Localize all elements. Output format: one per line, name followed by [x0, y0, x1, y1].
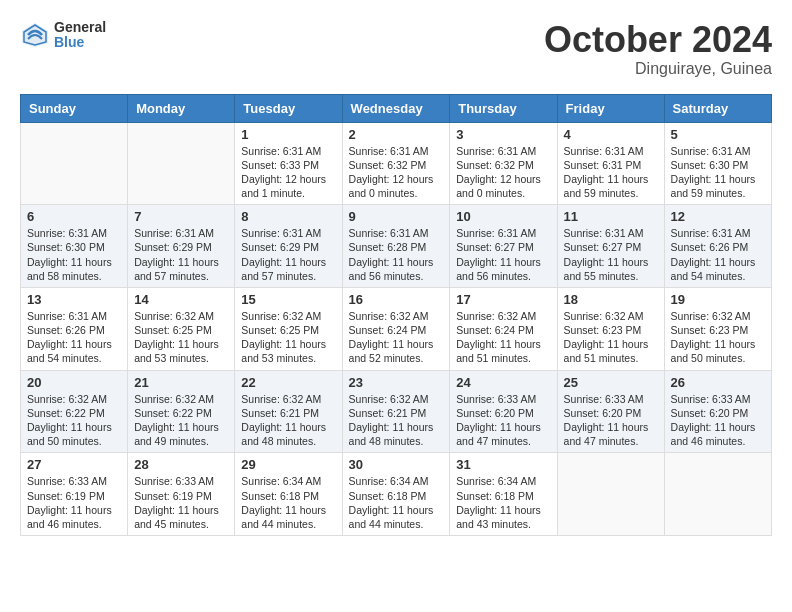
title-section: October 2024 Dinguiraye, Guinea	[544, 20, 772, 78]
day-number: 24	[456, 375, 550, 390]
cell-text: Sunrise: 6:32 AM Sunset: 6:21 PM Dayligh…	[241, 392, 335, 449]
cell-text: Sunrise: 6:31 AM Sunset: 6:32 PM Dayligh…	[456, 144, 550, 201]
day-number: 1	[241, 127, 335, 142]
calendar-cell: 12Sunrise: 6:31 AM Sunset: 6:26 PM Dayli…	[664, 205, 771, 288]
day-number: 4	[564, 127, 658, 142]
cell-text: Sunrise: 6:31 AM Sunset: 6:32 PM Dayligh…	[349, 144, 444, 201]
weekday-header: Monday	[128, 94, 235, 122]
day-number: 13	[27, 292, 121, 307]
day-number: 3	[456, 127, 550, 142]
calendar-table: SundayMondayTuesdayWednesdayThursdayFrid…	[20, 94, 772, 536]
logo: General Blue	[20, 20, 106, 51]
day-number: 18	[564, 292, 658, 307]
cell-text: Sunrise: 6:31 AM Sunset: 6:33 PM Dayligh…	[241, 144, 335, 201]
calendar-cell: 10Sunrise: 6:31 AM Sunset: 6:27 PM Dayli…	[450, 205, 557, 288]
day-number: 16	[349, 292, 444, 307]
calendar-week-row: 13Sunrise: 6:31 AM Sunset: 6:26 PM Dayli…	[21, 287, 772, 370]
calendar-week-row: 27Sunrise: 6:33 AM Sunset: 6:19 PM Dayli…	[21, 453, 772, 536]
cell-text: Sunrise: 6:31 AM Sunset: 6:29 PM Dayligh…	[134, 226, 228, 283]
cell-text: Sunrise: 6:34 AM Sunset: 6:18 PM Dayligh…	[241, 474, 335, 531]
calendar-cell: 27Sunrise: 6:33 AM Sunset: 6:19 PM Dayli…	[21, 453, 128, 536]
cell-text: Sunrise: 6:31 AM Sunset: 6:26 PM Dayligh…	[671, 226, 765, 283]
page-header: General Blue October 2024 Dinguiraye, Gu…	[20, 20, 772, 78]
calendar-cell: 17Sunrise: 6:32 AM Sunset: 6:24 PM Dayli…	[450, 287, 557, 370]
calendar-cell: 26Sunrise: 6:33 AM Sunset: 6:20 PM Dayli…	[664, 370, 771, 453]
calendar-cell: 25Sunrise: 6:33 AM Sunset: 6:20 PM Dayli…	[557, 370, 664, 453]
calendar-cell	[128, 122, 235, 205]
cell-text: Sunrise: 6:34 AM Sunset: 6:18 PM Dayligh…	[456, 474, 550, 531]
month-title: October 2024	[544, 20, 772, 60]
calendar-cell: 14Sunrise: 6:32 AM Sunset: 6:25 PM Dayli…	[128, 287, 235, 370]
cell-text: Sunrise: 6:31 AM Sunset: 6:30 PM Dayligh…	[27, 226, 121, 283]
weekday-header-row: SundayMondayTuesdayWednesdayThursdayFrid…	[21, 94, 772, 122]
calendar-cell: 13Sunrise: 6:31 AM Sunset: 6:26 PM Dayli…	[21, 287, 128, 370]
cell-text: Sunrise: 6:31 AM Sunset: 6:29 PM Dayligh…	[241, 226, 335, 283]
calendar-cell: 21Sunrise: 6:32 AM Sunset: 6:22 PM Dayli…	[128, 370, 235, 453]
calendar-week-row: 20Sunrise: 6:32 AM Sunset: 6:22 PM Dayli…	[21, 370, 772, 453]
cell-text: Sunrise: 6:32 AM Sunset: 6:22 PM Dayligh…	[27, 392, 121, 449]
calendar-cell: 16Sunrise: 6:32 AM Sunset: 6:24 PM Dayli…	[342, 287, 450, 370]
calendar-cell: 23Sunrise: 6:32 AM Sunset: 6:21 PM Dayli…	[342, 370, 450, 453]
calendar-cell: 29Sunrise: 6:34 AM Sunset: 6:18 PM Dayli…	[235, 453, 342, 536]
calendar-week-row: 1Sunrise: 6:31 AM Sunset: 6:33 PM Daylig…	[21, 122, 772, 205]
day-number: 8	[241, 209, 335, 224]
calendar-cell: 19Sunrise: 6:32 AM Sunset: 6:23 PM Dayli…	[664, 287, 771, 370]
day-number: 15	[241, 292, 335, 307]
cell-text: Sunrise: 6:33 AM Sunset: 6:20 PM Dayligh…	[671, 392, 765, 449]
day-number: 30	[349, 457, 444, 472]
day-number: 21	[134, 375, 228, 390]
weekday-header: Friday	[557, 94, 664, 122]
cell-text: Sunrise: 6:31 AM Sunset: 6:30 PM Dayligh…	[671, 144, 765, 201]
cell-text: Sunrise: 6:33 AM Sunset: 6:19 PM Dayligh…	[134, 474, 228, 531]
cell-text: Sunrise: 6:32 AM Sunset: 6:24 PM Dayligh…	[456, 309, 550, 366]
cell-text: Sunrise: 6:31 AM Sunset: 6:28 PM Dayligh…	[349, 226, 444, 283]
day-number: 10	[456, 209, 550, 224]
weekday-header: Sunday	[21, 94, 128, 122]
day-number: 6	[27, 209, 121, 224]
day-number: 20	[27, 375, 121, 390]
cell-text: Sunrise: 6:31 AM Sunset: 6:27 PM Dayligh…	[564, 226, 658, 283]
day-number: 22	[241, 375, 335, 390]
day-number: 11	[564, 209, 658, 224]
calendar-cell: 7Sunrise: 6:31 AM Sunset: 6:29 PM Daylig…	[128, 205, 235, 288]
cell-text: Sunrise: 6:32 AM Sunset: 6:24 PM Dayligh…	[349, 309, 444, 366]
day-number: 31	[456, 457, 550, 472]
logo-line1: General	[54, 20, 106, 35]
calendar-cell: 1Sunrise: 6:31 AM Sunset: 6:33 PM Daylig…	[235, 122, 342, 205]
calendar-cell: 28Sunrise: 6:33 AM Sunset: 6:19 PM Dayli…	[128, 453, 235, 536]
location: Dinguiraye, Guinea	[544, 60, 772, 78]
day-number: 27	[27, 457, 121, 472]
day-number: 14	[134, 292, 228, 307]
cell-text: Sunrise: 6:31 AM Sunset: 6:31 PM Dayligh…	[564, 144, 658, 201]
calendar-cell: 11Sunrise: 6:31 AM Sunset: 6:27 PM Dayli…	[557, 205, 664, 288]
day-number: 12	[671, 209, 765, 224]
cell-text: Sunrise: 6:33 AM Sunset: 6:19 PM Dayligh…	[27, 474, 121, 531]
cell-text: Sunrise: 6:31 AM Sunset: 6:27 PM Dayligh…	[456, 226, 550, 283]
weekday-header: Saturday	[664, 94, 771, 122]
cell-text: Sunrise: 6:32 AM Sunset: 6:21 PM Dayligh…	[349, 392, 444, 449]
weekday-header: Wednesday	[342, 94, 450, 122]
day-number: 26	[671, 375, 765, 390]
calendar-cell: 18Sunrise: 6:32 AM Sunset: 6:23 PM Dayli…	[557, 287, 664, 370]
day-number: 5	[671, 127, 765, 142]
calendar-cell: 3Sunrise: 6:31 AM Sunset: 6:32 PM Daylig…	[450, 122, 557, 205]
day-number: 2	[349, 127, 444, 142]
weekday-header: Thursday	[450, 94, 557, 122]
day-number: 7	[134, 209, 228, 224]
cell-text: Sunrise: 6:33 AM Sunset: 6:20 PM Dayligh…	[564, 392, 658, 449]
cell-text: Sunrise: 6:34 AM Sunset: 6:18 PM Dayligh…	[349, 474, 444, 531]
calendar-cell: 20Sunrise: 6:32 AM Sunset: 6:22 PM Dayli…	[21, 370, 128, 453]
calendar-cell	[664, 453, 771, 536]
weekday-header: Tuesday	[235, 94, 342, 122]
logo-line2: Blue	[54, 35, 106, 50]
logo-icon	[20, 21, 50, 49]
cell-text: Sunrise: 6:32 AM Sunset: 6:23 PM Dayligh…	[564, 309, 658, 366]
calendar-cell	[21, 122, 128, 205]
cell-text: Sunrise: 6:32 AM Sunset: 6:25 PM Dayligh…	[241, 309, 335, 366]
calendar-cell: 8Sunrise: 6:31 AM Sunset: 6:29 PM Daylig…	[235, 205, 342, 288]
cell-text: Sunrise: 6:33 AM Sunset: 6:20 PM Dayligh…	[456, 392, 550, 449]
calendar-cell: 31Sunrise: 6:34 AM Sunset: 6:18 PM Dayli…	[450, 453, 557, 536]
calendar-cell: 9Sunrise: 6:31 AM Sunset: 6:28 PM Daylig…	[342, 205, 450, 288]
day-number: 23	[349, 375, 444, 390]
calendar-cell: 5Sunrise: 6:31 AM Sunset: 6:30 PM Daylig…	[664, 122, 771, 205]
